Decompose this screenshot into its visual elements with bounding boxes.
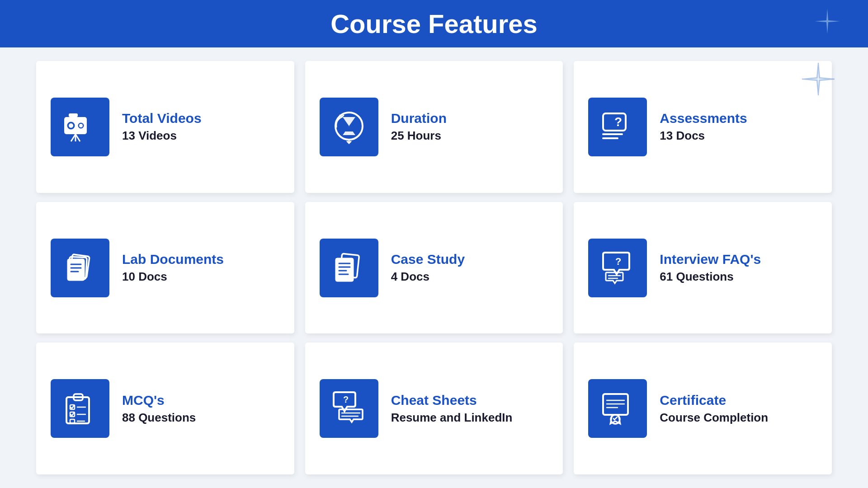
clock-icon: [331, 109, 367, 145]
assessment-icon-box: ?: [588, 98, 647, 156]
card-mcqs: MCQ's 88 Questions: [36, 343, 294, 474]
svg-point-2: [69, 123, 73, 128]
deco-star-icon: [800, 61, 836, 97]
certificate-subtitle: Course Completion: [660, 411, 768, 425]
row-1: Total Videos 13 Videos: [36, 61, 832, 193]
faq-icon: ?: [599, 250, 636, 286]
document-icon-box: [51, 239, 109, 297]
svg-text:?: ?: [614, 115, 622, 129]
lab-documents-title: Lab Documents: [122, 252, 224, 267]
interview-faqs-subtitle: 61 Questions: [660, 270, 761, 284]
lab-documents-text: Lab Documents 10 Docs: [122, 252, 224, 284]
total-videos-title: Total Videos: [122, 111, 202, 126]
cheat-sheets-title: Cheat Sheets: [391, 393, 513, 408]
card-case-study: Case Study 4 Docs: [305, 202, 563, 334]
card-duration: Duration 25 Hours: [305, 61, 563, 193]
mcqs-text: MCQ's 88 Questions: [122, 393, 196, 425]
certificate-title: Certificate: [660, 393, 768, 408]
duration-title: Duration: [391, 111, 447, 126]
main-content: Total Videos 13 Videos: [0, 47, 868, 488]
svg-rect-5: [69, 113, 78, 117]
certificate-icon: [599, 390, 636, 427]
clock-icon-box: [320, 98, 378, 156]
assessments-subtitle: 13 Docs: [660, 129, 747, 143]
mcq-icon-box: [51, 379, 109, 438]
cheat-sheets-subtitle: Resume and LinkedIn: [391, 411, 513, 425]
svg-rect-16: [67, 259, 85, 281]
case-study-text: Case Study 4 Docs: [391, 252, 465, 284]
assessment-icon: ?: [599, 109, 636, 145]
page-title: Course Features: [330, 9, 538, 39]
assessments-title: Assessments: [660, 111, 747, 126]
mcqs-title: MCQ's: [122, 393, 196, 408]
certificate-text: Certificate Course Completion: [660, 393, 768, 425]
video-icon: [62, 109, 98, 145]
row-3: MCQ's 88 Questions ?: [36, 343, 832, 474]
card-certificate: Certificate Course Completion: [574, 343, 832, 474]
svg-point-4: [79, 124, 83, 127]
page-wrapper: Course Features: [0, 0, 868, 488]
total-videos-subtitle: 13 Videos: [122, 129, 202, 143]
svg-text:?: ?: [615, 256, 621, 267]
cheatsheet-icon: ?: [331, 390, 367, 427]
case-study-title: Case Study: [391, 252, 465, 267]
total-videos-text: Total Videos 13 Videos: [122, 111, 202, 143]
certificate-icon-box: [588, 379, 647, 438]
card-interview-faqs: ? Interview FAQ's 61 Questions: [574, 202, 832, 334]
faq-icon-box: ?: [588, 239, 647, 297]
duration-subtitle: 25 Hours: [391, 129, 447, 143]
header: Course Features: [0, 0, 868, 47]
cheat-sheets-text: Cheat Sheets Resume and LinkedIn: [391, 393, 513, 425]
card-assessments: ? Assessments 13 Docs: [574, 61, 832, 193]
document-icon: [62, 250, 98, 286]
lab-documents-subtitle: 10 Docs: [122, 270, 224, 284]
row-2: Lab Documents 10 Docs: [36, 202, 832, 334]
svg-rect-35: [70, 419, 75, 423]
video-icon-box: [51, 98, 109, 156]
svg-text:?: ?: [343, 394, 349, 404]
cheatsheet-icon-box: ?: [320, 379, 378, 438]
casestudy-icon: [331, 250, 367, 286]
casestudy-icon-box: [320, 239, 378, 297]
interview-faqs-title: Interview FAQ's: [660, 252, 761, 267]
mcqs-subtitle: 88 Questions: [122, 411, 196, 425]
header-star-icon: [814, 8, 841, 40]
card-cheat-sheets: ? Cheat Sheets Resume and LinkedIn: [305, 343, 563, 474]
svg-rect-21: [335, 258, 354, 282]
interview-faqs-text: Interview FAQ's 61 Questions: [660, 252, 761, 284]
card-lab-documents: Lab Documents 10 Docs: [36, 202, 294, 334]
mcq-icon: [62, 390, 98, 427]
card-total-videos: Total Videos 13 Videos: [36, 61, 294, 193]
duration-text: Duration 25 Hours: [391, 111, 447, 143]
assessments-text: Assessments 13 Docs: [660, 111, 747, 143]
case-study-subtitle: 4 Docs: [391, 270, 465, 284]
